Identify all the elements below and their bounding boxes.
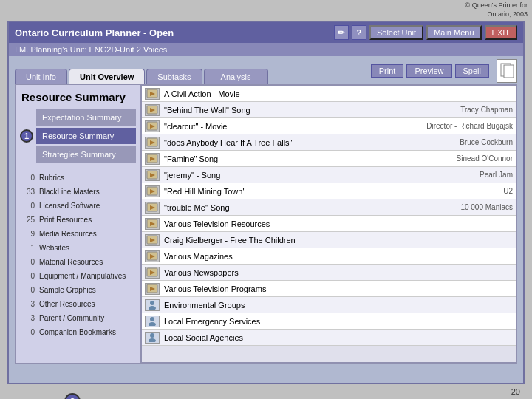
resource-row[interactable]: Local Social Agencies (142, 330, 516, 346)
left-panel: Resource Summary 1 Expectation Summary 1… (16, 85, 141, 363)
resource-name: "jeremy" - Song (164, 171, 418, 180)
count-row: 1Websites (21, 242, 134, 254)
count-label: Media Resources (39, 228, 134, 240)
count-label: Licensed Software (39, 200, 134, 212)
svg-point-28 (150, 301, 154, 305)
resource-row[interactable]: Various Magazines (142, 248, 516, 265)
count-label: BlackLine Masters (39, 185, 134, 198)
count-label: Rubrics (39, 171, 134, 184)
count-label: Print Resources (39, 214, 134, 226)
app-title: Ontario Curriculum Planner - Open (15, 27, 174, 38)
print-button[interactable]: Print (371, 64, 404, 78)
tab-subtasks[interactable]: Subtasks (146, 69, 202, 84)
strategies-summary-button[interactable]: Strategies Summary (36, 146, 136, 163)
resource-author: 10 000 Maniacs (424, 203, 513, 211)
svg-point-32 (150, 333, 154, 338)
count-value: 3 (21, 298, 38, 310)
count-row: 0Licensed Software (21, 200, 134, 212)
resource-name: Various Magazines (164, 252, 513, 261)
resource-row[interactable]: "does Anybody Hear If A Tree Falls"Bruce… (142, 134, 516, 151)
edit-icon[interactable]: ✏ (334, 25, 349, 40)
resource-name: "clearcut" - Movie (164, 122, 418, 131)
expectation-row: 1 Expectation Summary (20, 109, 136, 126)
count-value: 9 (21, 228, 38, 240)
doc-icon (497, 59, 517, 83)
resource-row[interactable]: Local Emergency Services (142, 313, 516, 330)
expectation-summary-button[interactable]: Expectation Summary (36, 109, 136, 126)
media-icon (145, 104, 160, 116)
title-bar-buttons: ✏ ? Select Unit Main Menu EXIT (334, 25, 517, 40)
svg-rect-1 (504, 65, 514, 78)
copyright: © Queen's Printer for Ontario, 2003 (466, 1, 528, 18)
resource-name: Various Newspapers (164, 268, 513, 277)
resource-row[interactable]: "Behind The Wall" SongTracy Chapman (142, 102, 516, 118)
count-row: 25Print Resources (21, 214, 134, 226)
badge-1: 1 (20, 129, 33, 143)
resource-row[interactable]: Environmental Groups (142, 297, 516, 313)
count-row: 0Sample Graphics (21, 284, 134, 296)
media-icon (145, 88, 160, 100)
tab-unit-info-label: Unit Info (26, 72, 56, 81)
spell-button[interactable]: Spell (455, 64, 489, 78)
resource-row[interactable]: "jeremy" - SongPearl Jam (142, 167, 516, 183)
resource-row[interactable]: Various Television Programs (142, 281, 516, 297)
resource-row: 1 Resource Summary (20, 128, 136, 144)
resource-name: "Behind The Wall" Song (164, 106, 418, 115)
media-icon (145, 283, 160, 295)
count-value: 25 (21, 214, 38, 226)
media-icon (145, 169, 160, 181)
resource-row[interactable]: Various Newspapers (142, 265, 516, 281)
count-value: 0 (21, 284, 38, 296)
tab-analysis[interactable]: Analysis (204, 69, 268, 84)
resource-name: Local Emergency Services (164, 317, 513, 326)
count-value: 0 (21, 200, 38, 212)
media-icon (145, 250, 160, 262)
counts-table: 0Rubrics33BlackLine Masters0Licensed Sof… (20, 170, 136, 340)
media-icon (145, 234, 160, 246)
resource-name: Local Social Agencies (164, 333, 513, 342)
count-row: 0Rubrics (21, 171, 134, 184)
media-icon (145, 267, 160, 279)
count-row: 0Material Resources (21, 256, 134, 268)
count-value: 0 (21, 326, 38, 338)
count-value: 0 (21, 270, 38, 282)
count-label: Equipment / Manipulatives (39, 270, 134, 282)
count-row: 0Equipment / Manipulatives (21, 270, 134, 282)
count-value: 3 (21, 312, 38, 324)
resource-row[interactable]: "trouble Me" Song10 000 Maniacs (142, 200, 516, 216)
select-unit-button[interactable]: Select Unit (369, 25, 423, 40)
svg-point-30 (150, 317, 154, 321)
count-label: Material Resources (39, 256, 134, 268)
preview-button[interactable]: Preview (406, 64, 451, 78)
resource-list[interactable]: A Civil Action - Movie"Behind The Wall" … (141, 85, 516, 363)
resource-name: Various Television Resources (164, 219, 513, 228)
tab-unit-info[interactable]: Unit Info (15, 69, 67, 84)
tab-unit-overview[interactable]: Unit Overview (69, 69, 145, 84)
media-icon (145, 202, 160, 214)
resource-row[interactable]: A Civil Action - Movie (142, 86, 516, 102)
strategies-row: 1 Strategies Summary (20, 146, 136, 163)
resource-row[interactable]: "clearcut" - MovieDirector - Richard Bug… (142, 118, 516, 134)
main-menu-button[interactable]: Main Menu (426, 25, 481, 40)
tabs-right: Print Preview Spell (371, 59, 517, 84)
exit-button[interactable]: EXIT (485, 25, 517, 40)
resource-author: Bruce Cockburn (424, 138, 513, 146)
resource-name: "Famine" Song (164, 154, 418, 163)
media-icon (145, 137, 160, 149)
tab-subtasks-label: Subtasks (157, 72, 191, 81)
resource-name: A Civil Action - Movie (164, 89, 513, 98)
person-icon (145, 299, 160, 311)
badge-2: 2 (64, 393, 81, 399)
resource-summary-button[interactable]: Resource Summary (36, 128, 136, 144)
resource-row[interactable]: Various Television Resources (142, 216, 516, 232)
resource-row[interactable]: "Famine" SongSinead O'Connor (142, 151, 516, 167)
resource-author: U2 (424, 187, 513, 195)
section-title: Resource Summary (20, 91, 136, 103)
resource-row[interactable]: Craig Kielberger - Free The Children (142, 232, 516, 248)
resource-author: Tracy Chapman (424, 106, 513, 114)
copyright-line1: © Queen's Printer for (466, 1, 528, 9)
count-row: 3Parent / Community (21, 312, 134, 324)
resource-author: Director - Richard Bugajsk (424, 122, 513, 130)
resource-row[interactable]: "Red Hill Mining Town"U2 (142, 183, 516, 200)
help-icon[interactable]: ? (352, 25, 366, 40)
